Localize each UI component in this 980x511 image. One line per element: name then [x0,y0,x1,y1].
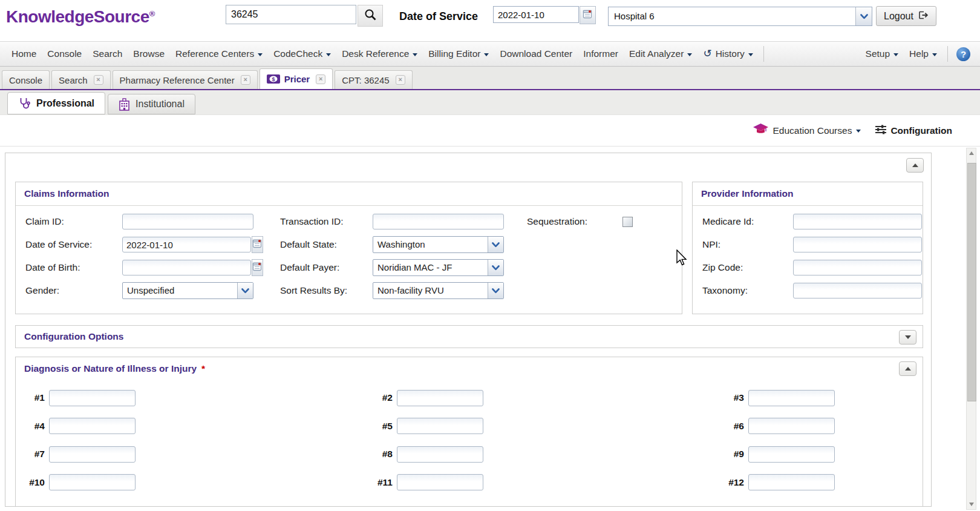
tab-console[interactable]: Console [2,70,50,89]
transaction-id-input[interactable] [373,214,504,229]
diagnosis-input-3[interactable] [748,390,835,406]
nav-item-desk-reference[interactable]: Desk Reference [336,48,423,59]
nav-item-browse[interactable]: Browse [128,48,170,59]
diagnosis-grid: #1#2#3#4#5#6#7#8#9#10#11#12 [19,384,919,496]
date-of-service-input[interactable] [122,237,251,252]
default-state-select[interactable]: Washington [373,236,504,253]
diagnosis-input-7[interactable] [49,446,136,463]
close-icon[interactable]: × [396,75,405,85]
graduation-cap-icon [753,124,768,137]
diagnosis-label: #4 [19,421,45,432]
nav-item-download-center[interactable]: Download Center [494,48,578,59]
field-label: Taxonomy: [702,285,793,296]
tab-professional[interactable]: Professional [7,92,105,114]
nav-item-reference-centers[interactable]: Reference Centers [170,48,268,59]
tab-label: CPT: 36245 [342,75,389,85]
nav-left: HomeConsoleSearchBrowseReference Centers… [6,46,769,62]
education-courses-menu[interactable]: Education Courses [753,124,861,137]
nav-item-label: Edit Analyzer [629,48,684,59]
date-of-service-calendar-button[interactable] [252,236,263,253]
chevron-down-icon [856,130,861,133]
date-of-birth-input[interactable] [122,260,251,275]
diagnosis-input-10[interactable] [49,474,136,490]
facility-select[interactable]: Hospital 6 [608,7,872,26]
sort-results-by-select[interactable]: Non-facility RVU [373,282,504,299]
date-of-service-calendar-button[interactable] [580,6,596,24]
scroll-up-button[interactable] [967,148,976,158]
pricer-form-panel: Claims Information Claim ID:Date of Serv… [5,153,932,507]
nav-item-setup[interactable]: Setup [860,48,904,59]
tab-cpt-36245[interactable]: CPT: 36245× [335,70,412,89]
diagnosis-label: #5 [367,421,393,432]
logout-button[interactable]: Logout [876,6,936,26]
zip-code-input[interactable] [793,260,922,275]
date-of-birth-calendar-button[interactable] [252,259,263,276]
scroll-down-button[interactable] [967,499,976,509]
stethoscope-icon [18,97,31,110]
close-icon[interactable]: × [316,74,325,84]
medicare-id-input[interactable] [793,214,922,229]
nav-item-help[interactable]: Help [904,48,942,59]
svg-text:$: $ [272,76,275,82]
nav-item-history[interactable]: ↺History [697,48,758,59]
form-row: Gender:Unspecified [25,279,253,302]
expand-configuration-options-button[interactable] [899,330,916,345]
claim-type-tabs: ProfessionalInstitutional [0,90,980,115]
chevron-down-icon [855,7,872,25]
facility-selected-value: Hospital 6 [609,7,855,25]
claims-column-1: Claim ID:Date of Service:Date of Birth:G… [25,210,253,302]
taxonomy-input[interactable] [793,283,922,298]
field-label: Sort Results By: [280,285,373,296]
diagnosis-input-11[interactable] [397,474,483,490]
pricer-icon: $ [267,74,280,84]
diagnosis-input-5[interactable] [397,418,483,434]
nav-item-home[interactable]: Home [6,48,42,59]
logout-icon [918,10,929,22]
collapse-form-button[interactable] [906,158,924,173]
code-search-input[interactable] [226,5,356,24]
nav-item-billing-editor[interactable]: Billing Editor [423,48,494,59]
diagnosis-label: #2 [367,392,393,403]
scrollbar-thumb[interactable] [967,163,976,401]
diagnosis-input-4[interactable] [49,418,136,434]
tab-pharmacy-reference-center[interactable]: Pharmacy Reference Center× [113,70,258,89]
claims-information-title: Claims Information [16,182,682,206]
form-row: Claim ID: [25,210,253,233]
sliders-icon [875,125,886,137]
default-payer-select[interactable]: Noridian MAC - JF [373,259,504,276]
diagnosis-input-1[interactable] [49,390,136,406]
chevron-down-icon [687,53,692,56]
nav-item-edit-analyzer[interactable]: Edit Analyzer [624,48,697,59]
field-label: Zip Code: [702,262,793,273]
nav-item-codecheck[interactable]: CodeCheck [268,48,336,59]
tab-search[interactable]: Search× [51,70,111,89]
tab-pricer[interactable]: $Pricer× [260,68,333,89]
search-button[interactable] [358,5,383,27]
gender-select[interactable]: Unspecified [122,282,253,299]
main-nav: HomeConsoleSearchBrowseReference Centers… [0,41,980,67]
diagnosis-input-2[interactable] [397,390,483,406]
nav-item-informer[interactable]: Informer [578,48,624,59]
diagnosis-input-9[interactable] [748,446,835,463]
chevron-up-icon [905,367,911,371]
diagnosis-input-8[interactable] [397,446,483,463]
claim-id-input[interactable] [122,214,253,229]
close-icon[interactable]: × [94,75,103,85]
nav-item-search[interactable]: Search [87,48,128,59]
form-row: Zip Code: [702,256,921,279]
date-of-service-header-input[interactable] [493,6,579,23]
close-icon[interactable]: × [241,75,250,85]
tab-institutional[interactable]: Institutional [108,94,195,114]
diagnosis-input-6[interactable] [748,418,835,434]
diagnosis-input-12[interactable] [748,474,835,490]
sequestration-checkbox[interactable] [622,217,633,227]
diagnosis-label: #8 [367,449,393,460]
nav-item-console[interactable]: Console [42,48,87,59]
vertical-scrollbar[interactable] [966,148,976,510]
help-icon[interactable]: ? [956,47,970,61]
configuration-button[interactable]: Configuration [875,125,952,137]
collapse-diagnosis-button[interactable] [899,361,916,376]
npi-input[interactable] [793,237,922,252]
chevron-down-icon [748,53,753,56]
configuration-options-title: Configuration Options [16,326,923,348]
